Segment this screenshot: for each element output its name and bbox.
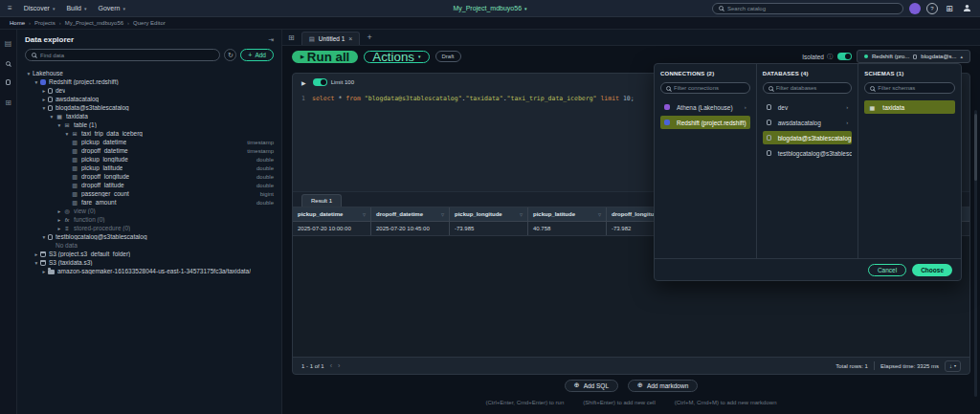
chevron-right-icon[interactable] xyxy=(33,251,40,257)
project-selector[interactable]: My_Project_mdbuyo56 xyxy=(453,5,526,11)
tree-item-table-group[interactable]: table (1) xyxy=(17,120,281,129)
chevron-down-icon[interactable] xyxy=(40,105,48,111)
tree-item-dev[interactable]: dev xyxy=(17,86,281,95)
run-all-button[interactable]: Run all xyxy=(292,51,358,63)
filter-icon[interactable] xyxy=(441,212,444,217)
add-markdown-button[interactable]: Add markdown xyxy=(628,380,698,392)
database-item-dev[interactable]: dev xyxy=(763,100,853,114)
tree-item-col-dropoff-longitude[interactable]: dropoff_longitudedouble xyxy=(17,172,281,181)
database-icon[interactable] xyxy=(6,79,11,85)
chevron-right-icon[interactable] xyxy=(56,217,63,223)
tree-item-redshift[interactable]: Redshift (project.redshift) xyxy=(17,77,281,86)
filter-icon[interactable] xyxy=(598,212,601,217)
tree-item-taxi-trip-table[interactable]: taxi_trip_data_iceberg xyxy=(17,129,281,138)
connection-item-athena[interactable]: Athena (Lakehouse) xyxy=(660,100,750,114)
database-item-testblogcatalog[interactable]: testblogcatalog@s3tablescatalog xyxy=(763,146,853,160)
chevron-right-icon[interactable] xyxy=(40,88,48,94)
search-icon[interactable] xyxy=(6,61,11,66)
isolated-toggle[interactable] xyxy=(837,53,852,60)
previous-page-icon[interactable] xyxy=(330,362,332,369)
chevron-right-icon[interactable] xyxy=(40,97,48,102)
tree-item-function-group[interactable]: function (0) xyxy=(17,215,281,224)
apps-icon[interactable] xyxy=(5,98,11,107)
breadcrumb-project-name[interactable]: My_Project_mdbuyo56 xyxy=(65,20,123,26)
chevron-right-icon[interactable] xyxy=(40,269,48,274)
filter-schemas-input[interactable] xyxy=(878,85,949,91)
limit-toggle[interactable] xyxy=(313,78,327,86)
chevron-down-icon[interactable] xyxy=(25,71,33,76)
choose-button[interactable]: Choose xyxy=(912,264,952,276)
chevron-down-icon[interactable] xyxy=(33,260,40,266)
apps-grid-icon[interactable] xyxy=(944,3,955,14)
tree-item-awsdatacatalog[interactable]: awsdatacatalog xyxy=(17,95,281,103)
tree-item-lakehouse[interactable]: Lakehouse xyxy=(17,69,281,77)
chevron-down-icon[interactable] xyxy=(56,122,63,128)
vertical-scrollbar[interactable] xyxy=(974,110,977,397)
avatar[interactable] xyxy=(909,3,921,14)
schema-item-taxidata[interactable]: taxidata xyxy=(864,100,955,114)
database-item-awsdatacatalog[interactable]: awsdatacatalog xyxy=(763,116,853,129)
tree-label: dropoff_latitude xyxy=(81,182,124,188)
filter-databases-input[interactable] xyxy=(776,85,847,91)
hamburger-menu-icon[interactable] xyxy=(8,4,12,12)
collapse-panel-icon[interactable] xyxy=(268,36,274,44)
column-header[interactable]: pickup_latitude xyxy=(528,207,607,221)
database-item-blogdata[interactable]: blogdata@s3tablescatalog xyxy=(763,131,853,144)
tree-item-s3-taxidata[interactable]: S3 (taxidata.s3) xyxy=(17,258,281,267)
notebook-list-icon[interactable] xyxy=(288,33,295,42)
chevron-right-icon[interactable] xyxy=(56,226,63,231)
close-icon[interactable] xyxy=(348,35,352,42)
chevron-down-icon[interactable] xyxy=(33,79,40,85)
run-cell-icon[interactable] xyxy=(301,79,306,86)
tree-item-testblogcatalog[interactable]: testblogcatalog@s3tablescatalog xyxy=(17,232,281,241)
find-data-input[interactable] xyxy=(40,53,213,58)
tree-item-col-pickup-longitude[interactable]: pickup_longitudedouble xyxy=(17,155,281,163)
add-sql-button[interactable]: Add SQL xyxy=(565,380,618,392)
tree-item-col-fare-amount[interactable]: fare_amountdouble xyxy=(17,198,281,207)
chevron-down-icon[interactable] xyxy=(63,131,71,137)
actions-button[interactable]: Actions xyxy=(364,51,429,63)
chevron-down-icon[interactable] xyxy=(48,114,56,120)
help-icon[interactable] xyxy=(926,3,938,14)
tree-item-col-dropoff-datetime[interactable]: dropoff_datetimetimestamp xyxy=(17,146,281,155)
column-header[interactable]: pickup_longitude xyxy=(450,207,528,221)
filter-icon[interactable] xyxy=(363,212,366,217)
result-tab-1[interactable]: Result 1 xyxy=(301,194,342,207)
info-icon[interactable] xyxy=(827,53,833,61)
breadcrumb-home[interactable]: Home xyxy=(10,20,25,26)
tree-item-blogdata-catalog[interactable]: blogdata@s3tablescatalog xyxy=(17,103,281,112)
nav-menu-build[interactable]: Build xyxy=(66,5,86,11)
tree-item-s3-project-folder[interactable]: S3 (project.s3_default_folder) xyxy=(17,250,281,258)
connection-item-redshift[interactable]: Redshift (project.redshift) xyxy=(660,116,750,129)
nav-menu-discover[interactable]: Discover xyxy=(24,5,56,11)
chevron-down-icon[interactable] xyxy=(40,234,48,240)
connection-selector-button[interactable]: Redshift (pro... blogdata@s... xyxy=(857,50,970,63)
column-header-label: dropoff_datetime xyxy=(376,211,423,217)
filter-icon[interactable] xyxy=(520,212,523,217)
pages-icon[interactable] xyxy=(5,39,12,48)
tree-item-view-group[interactable]: view (0) xyxy=(17,207,281,215)
tree-item-col-passenger-count[interactable]: passenger_countbigint xyxy=(17,189,281,198)
column-header[interactable]: dropoff_datetime xyxy=(371,207,450,221)
nav-menu-govern[interactable]: Govern xyxy=(99,5,125,11)
cancel-button[interactable]: Cancel xyxy=(868,264,906,276)
tree-item-col-dropoff-latitude[interactable]: dropoff_latitudedouble xyxy=(17,181,281,189)
tab-untitled-1[interactable]: Untitled 1 xyxy=(301,32,361,45)
filter-schemas-search xyxy=(864,82,955,94)
catalog-search-input[interactable] xyxy=(727,6,897,11)
chevron-right-icon[interactable] xyxy=(56,208,63,214)
tree-item-col-pickup-datetime[interactable]: pickup_datetimetimestamp xyxy=(17,138,281,146)
refresh-icon[interactable] xyxy=(224,49,236,61)
tree-item-taxidata-schema[interactable]: taxidata xyxy=(17,112,281,120)
tree-item-sagemaker-path[interactable]: amazon-sagemaker-161633528044-us-east-1-… xyxy=(17,267,281,275)
breadcrumb-projects[interactable]: Projects xyxy=(34,20,56,26)
filter-connections-input[interactable] xyxy=(674,85,745,91)
next-page-icon[interactable] xyxy=(338,362,340,369)
user-icon[interactable] xyxy=(961,3,972,14)
new-tab-icon[interactable] xyxy=(367,33,371,42)
tree-item-col-pickup-latitude[interactable]: pickup_latitudedouble xyxy=(17,163,281,172)
add-data-button[interactable]: Add xyxy=(240,49,274,61)
tree-item-stored-procedure-group[interactable]: stored-procedure (0) xyxy=(17,224,281,232)
column-header[interactable]: pickup_datetime xyxy=(293,207,371,221)
export-button[interactable] xyxy=(945,360,961,372)
